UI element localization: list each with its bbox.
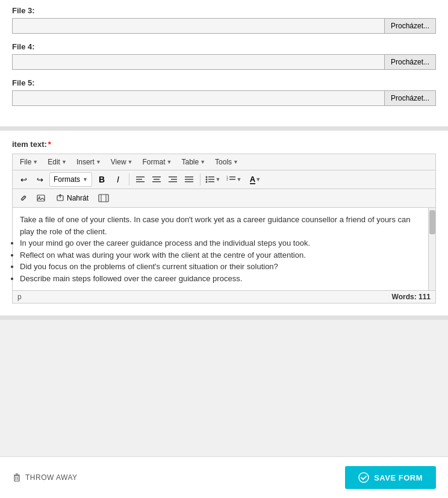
insert-menu-caret: ▼ (96, 159, 101, 165)
editor-paragraph: Take a file of one of your clients. In c… (20, 214, 421, 237)
menu-format[interactable]: Format ▼ (138, 156, 176, 168)
editor-scroll-area: Take a file of one of your clients. In c… (13, 208, 435, 290)
formats-caret: ▼ (82, 176, 88, 182)
file-menu-caret: ▼ (33, 159, 38, 165)
svg-rect-21 (229, 179, 235, 180)
format-menu-caret: ▼ (167, 159, 172, 165)
image-button[interactable] (33, 191, 49, 205)
text-color-button[interactable]: A ▼ (246, 172, 265, 187)
upload-button[interactable]: Nahrát (51, 191, 94, 205)
embed-button[interactable] (96, 191, 111, 205)
file4-browse-button[interactable]: Procházet... (385, 54, 436, 70)
file4-label: File 4: (12, 42, 436, 51)
file5-browse-button[interactable]: Procházet... (385, 90, 436, 106)
svg-rect-7 (171, 179, 177, 180)
formats-dropdown[interactable]: Formats ▼ (49, 172, 92, 187)
throw-away-button[interactable]: THROW AWAY (12, 473, 78, 482)
num-caret: ▼ (236, 176, 241, 182)
svg-rect-15 (208, 179, 214, 180)
menu-insert[interactable]: Insert ▼ (72, 156, 105, 168)
tools-menu-caret: ▼ (233, 159, 238, 165)
svg-point-16 (206, 181, 208, 183)
undo-button[interactable]: ↩ (16, 172, 31, 187)
bold-italic-group: B I (94, 172, 126, 187)
align-center-button[interactable] (149, 172, 164, 187)
svg-rect-6 (169, 176, 177, 178)
file4-input[interactable] (12, 54, 385, 70)
undo-redo-group: ↩ ↪ (16, 172, 48, 187)
editor-toolbar: ↩ ↪ Formats ▼ B I (13, 170, 435, 189)
file3-label: File 3: (12, 6, 436, 15)
svg-rect-25 (99, 195, 108, 202)
item-text-label-text: item text: (12, 140, 47, 149)
align-left-button[interactable] (132, 172, 148, 187)
divider-2 (0, 316, 448, 320)
bullet-item-2: Reflect on what was during your work wit… (20, 249, 421, 261)
bold-button[interactable]: B (94, 172, 110, 187)
save-form-button[interactable]: SAVE FORM (345, 466, 436, 489)
svg-rect-4 (154, 179, 160, 180)
svg-rect-8 (169, 181, 177, 182)
file4-input-row: Procházet... (12, 54, 436, 70)
editor-bullet-list: In your mind go over the career guidance… (20, 237, 421, 284)
file5-input[interactable] (12, 90, 385, 106)
file4-group: File 4: Procházet... (12, 42, 436, 70)
bullet-item-3: Did you focus on the problems of client'… (20, 261, 421, 273)
file5-group: File 5: Procházet... (12, 78, 436, 106)
check-circle-icon (358, 472, 369, 483)
bullet-caret: ▼ (215, 176, 220, 182)
item-text-label: item text:* (12, 140, 436, 149)
align-justify-button[interactable] (181, 172, 197, 187)
svg-rect-9 (185, 176, 193, 178)
svg-point-33 (359, 473, 369, 482)
file3-group: File 3: Procházet... (12, 6, 436, 34)
bullet-item-1: In your mind go over the career guidance… (20, 237, 421, 249)
svg-point-12 (206, 176, 208, 178)
menu-view[interactable]: View ▼ (107, 156, 137, 168)
editor-content[interactable]: Take a file of one of your clients. In c… (13, 208, 428, 290)
bullet-item-4: Describe main steps followed over the ca… (20, 273, 421, 285)
svg-rect-1 (136, 179, 142, 180)
numbered-list-button[interactable]: 12 ▼ (225, 172, 244, 187)
link-button[interactable] (16, 191, 31, 205)
italic-button[interactable]: I (110, 172, 126, 187)
svg-rect-28 (14, 476, 19, 481)
scrollbar-thumb (429, 210, 435, 234)
editor-container: File ▼ Edit ▼ Insert ▼ View ▼ Format ▼ (12, 154, 436, 303)
svg-rect-10 (185, 179, 193, 180)
file3-input[interactable] (12, 18, 385, 34)
file5-input-row: Procházet... (12, 90, 436, 106)
word-count: Words: 111 (392, 293, 431, 301)
required-star: * (48, 140, 51, 149)
file5-label: File 5: (12, 78, 436, 87)
item-text-section: item text:* File ▼ Edit ▼ Insert ▼ View (0, 131, 448, 316)
bullet-list-button[interactable]: ▼ (204, 172, 223, 187)
menu-file[interactable]: File ▼ (16, 156, 42, 168)
svg-rect-11 (185, 181, 193, 182)
svg-rect-3 (152, 176, 161, 178)
edit-menu-caret: ▼ (61, 159, 67, 165)
align-right-button[interactable] (165, 172, 181, 187)
sep-1 (129, 173, 129, 185)
menu-tools[interactable]: Tools ▼ (211, 156, 243, 168)
svg-rect-0 (136, 176, 145, 178)
svg-rect-17 (208, 181, 214, 182)
editor-footer: p Words: 111 (13, 290, 435, 303)
svg-rect-22 (37, 195, 45, 201)
svg-rect-5 (152, 181, 161, 182)
menu-table[interactable]: Table ▼ (177, 156, 210, 168)
editor-scrollbar[interactable] (428, 208, 435, 290)
file3-browse-button[interactable]: Procházet... (385, 18, 436, 34)
trash-icon (12, 473, 22, 482)
svg-rect-13 (208, 176, 214, 178)
svg-text:2: 2 (226, 178, 228, 181)
editor-path: p (17, 293, 22, 301)
color-caret: ▼ (255, 176, 261, 182)
menu-edit[interactable]: Edit ▼ (43, 156, 71, 168)
svg-rect-2 (136, 181, 145, 182)
svg-rect-19 (229, 176, 235, 178)
file3-input-row: Procházet... (12, 18, 436, 34)
file-sections: File 3: Procházet... File 4: Procházet..… (0, 0, 448, 127)
table-menu-caret: ▼ (200, 159, 205, 165)
redo-button[interactable]: ↪ (32, 172, 48, 187)
